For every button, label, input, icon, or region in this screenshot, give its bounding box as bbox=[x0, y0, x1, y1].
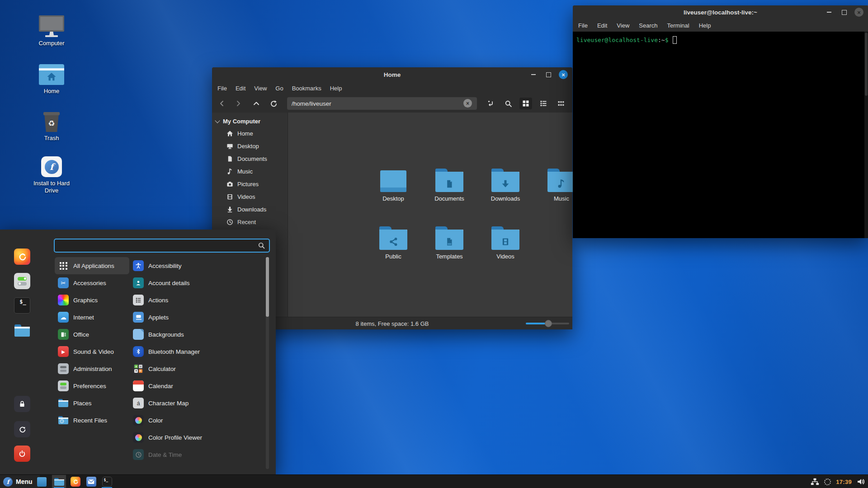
terminal-titlebar[interactable]: liveuser@localhost-live:~ × bbox=[573, 5, 868, 19]
app-bluetooth-manager[interactable]: Bluetooth Manager bbox=[133, 343, 264, 360]
fm-menu-help[interactable]: Help bbox=[330, 85, 342, 92]
sidebar-item-videos[interactable]: Videos bbox=[212, 190, 288, 203]
desktop-icon-home[interactable]: Home bbox=[25, 61, 78, 95]
prompt-user-host: liveuser@localhost-live bbox=[576, 37, 658, 43]
sidebar-group-my-computer[interactable]: My Computer bbox=[212, 115, 288, 127]
close-button[interactable]: × bbox=[559, 70, 568, 79]
terminal-launcher[interactable]: $_ bbox=[14, 297, 30, 314]
app-applets[interactable]: Applets bbox=[133, 309, 264, 326]
app-calendar[interactable]: Calendar bbox=[133, 377, 264, 394]
sidebar-item-documents[interactable]: Documents bbox=[212, 152, 288, 165]
terminal-menu-search[interactable]: Search bbox=[639, 22, 657, 29]
file-item-videos[interactable]: Videos bbox=[477, 221, 533, 271]
taskbar-mail[interactable] bbox=[84, 475, 98, 488]
category-places[interactable]: Places bbox=[55, 394, 129, 412]
back-button[interactable] bbox=[216, 98, 228, 109]
desktop-icon-computer[interactable]: Computer bbox=[25, 14, 78, 47]
lock-screen-button[interactable] bbox=[14, 396, 30, 412]
zoom-slider[interactable] bbox=[526, 323, 569, 324]
app-account-details[interactable]: Account details bbox=[133, 274, 264, 291]
logout-button[interactable] bbox=[14, 421, 30, 437]
fm-menu-view[interactable]: View bbox=[254, 85, 267, 92]
menu-search-input[interactable] bbox=[54, 239, 270, 253]
network-wired-icon[interactable] bbox=[811, 478, 819, 486]
file-item-public[interactable]: Public bbox=[365, 221, 421, 271]
slider-handle[interactable] bbox=[545, 320, 552, 327]
menu-scrollbar[interactable] bbox=[266, 257, 269, 469]
settings-button[interactable] bbox=[14, 273, 30, 289]
file-manager-launcher[interactable] bbox=[14, 322, 30, 338]
app-accessibility[interactable]: Accessibility bbox=[133, 257, 264, 274]
sidebar-item-recent[interactable]: Recent bbox=[212, 216, 288, 228]
app-actions[interactable]: Actions bbox=[133, 291, 264, 309]
fm-menu-bookmarks[interactable]: Bookmarks bbox=[292, 85, 321, 92]
desktop-icon-label: Trash bbox=[25, 135, 78, 142]
taskbar-show-desktop[interactable] bbox=[35, 475, 49, 488]
category-preferences[interactable]: Preferences bbox=[55, 377, 129, 394]
taskbar-terminal[interactable]: $_ bbox=[100, 475, 114, 488]
power-button[interactable] bbox=[14, 446, 30, 462]
sidebar-item-pictures[interactable]: Pictures bbox=[212, 178, 288, 190]
category-office[interactable]: Office bbox=[55, 326, 129, 343]
category-recent-files[interactable]: Recent Files bbox=[55, 412, 129, 429]
taskbar-menu-button[interactable]: f Menu bbox=[0, 475, 40, 488]
category-administration[interactable]: Administration bbox=[55, 360, 129, 377]
maximize-button[interactable] bbox=[840, 8, 849, 17]
grid-view-button[interactable] bbox=[519, 98, 532, 109]
desktop-icon-install[interactable]: f Install to Hard Drive bbox=[25, 154, 78, 195]
app-date-time[interactable]: Date & Time bbox=[133, 446, 264, 463]
terminal-menu-view[interactable]: View bbox=[617, 22, 629, 29]
terminal-scrollbar[interactable] bbox=[864, 32, 868, 238]
minimize-button[interactable] bbox=[529, 70, 538, 79]
fm-titlebar[interactable]: Home × bbox=[212, 67, 572, 82]
compact-view-button[interactable] bbox=[555, 98, 567, 109]
fm-menu-edit[interactable]: Edit bbox=[236, 85, 245, 92]
search-button[interactable] bbox=[502, 98, 514, 109]
category-all-applications[interactable]: All Applications bbox=[55, 257, 129, 274]
volume-icon[interactable] bbox=[857, 478, 865, 486]
taskbar-clock[interactable]: 17:39 bbox=[836, 479, 852, 485]
file-item-desktop[interactable]: Desktop bbox=[365, 163, 421, 213]
category-sound-video[interactable]: ▶ Sound & Video bbox=[55, 343, 129, 360]
accessibility-person-icon bbox=[133, 260, 144, 271]
fm-file-view[interactable]: Desktop Documents Downloads Music bbox=[288, 113, 572, 317]
desktop-icon-trash[interactable]: ♻ Trash bbox=[25, 108, 78, 142]
terminal-menu-file[interactable]: File bbox=[578, 22, 588, 29]
sidebar-item-music[interactable]: Music bbox=[212, 165, 288, 178]
go-jump-button[interactable] bbox=[484, 98, 497, 109]
category-internet[interactable]: ☁ Internet bbox=[55, 309, 129, 326]
up-button[interactable] bbox=[250, 98, 263, 109]
forward-icon bbox=[235, 100, 242, 107]
category-accessories[interactable]: ✂ Accessories bbox=[55, 274, 129, 291]
app-color-profile-viewer[interactable]: Color Profile Viewer bbox=[133, 429, 264, 446]
firefox-button[interactable] bbox=[14, 249, 30, 265]
app-color[interactable]: Color bbox=[133, 412, 264, 429]
file-item-downloads[interactable]: Downloads bbox=[477, 163, 533, 213]
fm-menu-file[interactable]: File bbox=[217, 85, 227, 92]
file-item-documents[interactable]: Documents bbox=[421, 163, 477, 213]
minimize-button[interactable] bbox=[825, 8, 834, 17]
clear-path-icon[interactable]: × bbox=[463, 99, 472, 108]
fm-menu-go[interactable]: Go bbox=[275, 85, 283, 92]
sidebar-item-downloads[interactable]: Downloads bbox=[212, 203, 288, 216]
terminal-view[interactable]: liveuser@localhost-live:~$ bbox=[573, 32, 868, 238]
terminal-menu-help[interactable]: Help bbox=[699, 22, 711, 29]
app-backgrounds[interactable]: Backgrounds bbox=[133, 326, 264, 343]
taskbar-file-manager[interactable] bbox=[52, 475, 66, 488]
app-calculator[interactable]: +−×= Calculator bbox=[133, 360, 264, 377]
forward-button[interactable] bbox=[232, 98, 245, 109]
path-input[interactable] bbox=[287, 97, 477, 110]
sidebar-item-home[interactable]: Home bbox=[212, 127, 288, 140]
reload-button[interactable] bbox=[267, 98, 280, 109]
list-view-button[interactable] bbox=[537, 98, 550, 109]
file-item-templates[interactable]: Templates bbox=[421, 221, 477, 271]
scanning-icon[interactable] bbox=[824, 479, 831, 485]
terminal-menu-terminal[interactable]: Terminal bbox=[667, 22, 689, 29]
close-button[interactable]: × bbox=[854, 8, 863, 17]
sidebar-item-desktop[interactable]: Desktop bbox=[212, 140, 288, 152]
taskbar-firefox[interactable] bbox=[68, 475, 82, 488]
app-character-map[interactable]: á Character Map bbox=[133, 394, 264, 412]
maximize-button[interactable] bbox=[544, 70, 553, 79]
category-graphics[interactable]: Graphics bbox=[55, 291, 129, 309]
terminal-menu-edit[interactable]: Edit bbox=[597, 22, 607, 29]
